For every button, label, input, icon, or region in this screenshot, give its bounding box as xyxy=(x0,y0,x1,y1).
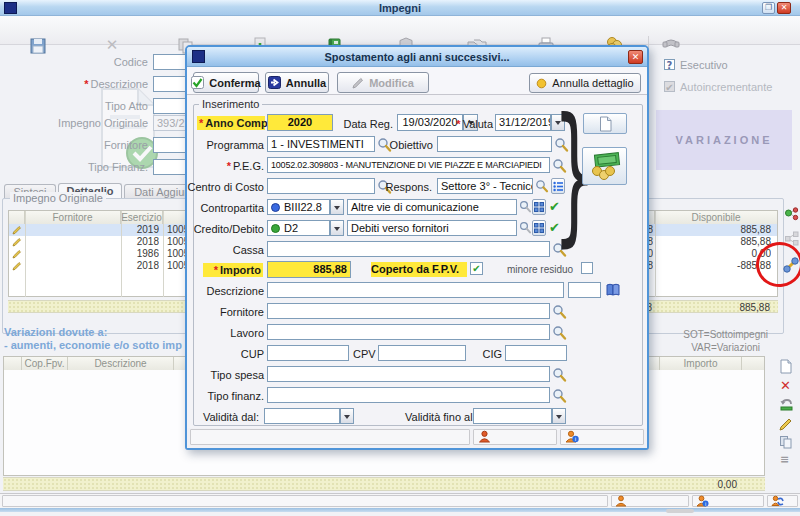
book-icon[interactable] xyxy=(605,283,621,297)
svg-text:i: i xyxy=(575,436,576,442)
respons-search-icon[interactable] xyxy=(535,179,549,194)
menu-icon[interactable]: ≡ xyxy=(780,454,789,466)
tipo-finanz-field[interactable] xyxy=(153,159,186,175)
programma-field[interactable]: 1 - INVESTIMENTI xyxy=(267,136,375,152)
delete-icon[interactable]: ✕ xyxy=(102,35,122,55)
credito-debito-desc-field[interactable]: Debiti verso fornitori xyxy=(347,220,517,236)
importo-label: *Importo xyxy=(203,263,263,277)
money-button[interactable] xyxy=(582,147,627,185)
delete-row-icon[interactable]: ✕ xyxy=(780,379,791,393)
esecutivo-checkbox[interactable]: ? xyxy=(664,59,675,70)
valuta-field[interactable]: 31/12/2019 xyxy=(495,114,551,131)
credito-debito-search-icon[interactable] xyxy=(519,221,532,235)
col-fornitore[interactable]: Fornitore xyxy=(25,211,121,224)
save-icon[interactable] xyxy=(28,36,48,56)
edit-row-icon[interactable] xyxy=(779,417,793,431)
modifica-button: Modifica xyxy=(337,72,429,93)
peg-label: *P.E.G. xyxy=(197,160,264,172)
validita-dal-field[interactable] xyxy=(264,408,340,424)
resize-grip[interactable] xyxy=(666,509,694,513)
validita-fino-field[interactable] xyxy=(473,408,552,424)
spostamento-dialog: Spostamento agli anni successivi... ✕ Co… xyxy=(185,45,649,450)
dialog-tipo-finanz-label: Tipo finanz. xyxy=(197,390,264,402)
lavoro-label: Lavoro xyxy=(197,327,264,339)
tipo-spesa-search-icon[interactable] xyxy=(552,367,567,383)
credito-debito-label: Credito/Debito xyxy=(189,223,264,235)
dialog-user-icon xyxy=(478,430,491,443)
required-marker: * xyxy=(84,78,88,90)
importo-field[interactable]: 885,88 xyxy=(267,261,351,278)
user-info-icon: i xyxy=(696,495,709,507)
new-row-icon[interactable] xyxy=(779,359,793,374)
window-titlebar[interactable]: Impegni ❐ ✕ xyxy=(0,0,800,16)
tipo-finanz-search-icon[interactable] xyxy=(552,388,567,404)
esecutivo-label: Esecutivo xyxy=(680,59,728,71)
programma-label: Programma xyxy=(197,139,264,151)
tipo-atto-label: Tipo Atto xyxy=(58,100,148,112)
codice-field[interactable] xyxy=(153,54,186,70)
credito-debito-tree-button[interactable] xyxy=(532,220,546,236)
dialog-tipo-finanz-field[interactable] xyxy=(267,387,550,403)
contropartita-search-icon[interactable] xyxy=(519,200,532,214)
cassa-field[interactable] xyxy=(267,241,550,257)
minore-residuo-label: minore residuo xyxy=(507,264,573,275)
duplicate-row-icon[interactable] xyxy=(779,435,793,449)
phone-icon[interactable] xyxy=(660,36,682,56)
blue-dot-icon xyxy=(271,203,280,212)
validita-dal-dropdown[interactable] xyxy=(340,408,354,424)
dialog-descrizione-field[interactable] xyxy=(267,282,564,298)
lavoro-field[interactable] xyxy=(267,324,550,340)
col-copfpv[interactable]: Cop.Fpv. xyxy=(22,357,68,370)
lavoro-search-icon[interactable] xyxy=(552,325,567,341)
cassa-label: Cassa xyxy=(197,244,264,256)
close-window-button[interactable]: ✕ xyxy=(777,2,791,14)
anno-comp-field[interactable]: 2020 xyxy=(267,114,333,131)
molecule-icon[interactable] xyxy=(784,207,799,222)
descrizione-code-field[interactable] xyxy=(568,282,601,298)
annulla-button[interactable]: Annulla xyxy=(265,72,329,93)
data-reg-label: Data Reg. xyxy=(339,118,393,130)
edit-pencil-icon xyxy=(12,237,22,247)
inserimento-legend: Inserimento xyxy=(199,98,262,110)
autoincrementante-checkbox: ✔ xyxy=(664,81,675,92)
sync-user-icon xyxy=(771,495,784,507)
minore-residuo-checkbox[interactable] xyxy=(581,262,593,274)
conferma-button[interactable]: Conferma xyxy=(193,72,259,93)
dialog-fornitore-field[interactable] xyxy=(267,303,550,319)
contropartita-desc-field[interactable]: Altre vie di comunicazione xyxy=(347,199,517,215)
col-disponibile[interactable]: Disponibile xyxy=(655,211,777,224)
col-importo[interactable]: Importo xyxy=(660,357,742,370)
descrizione-field[interactable] xyxy=(153,76,186,92)
dialog-title: Spostamento agli anni successivi... xyxy=(187,51,647,63)
validita-fino-dropdown[interactable] xyxy=(552,408,566,424)
cig-field[interactable] xyxy=(505,345,567,361)
main-toolbar: ✕ xyxy=(0,16,800,45)
tipo-spesa-field[interactable] xyxy=(267,366,550,382)
respons-field[interactable]: Settore 3° - Tecnico xyxy=(437,178,533,194)
centro-costo-field[interactable] xyxy=(267,178,375,194)
fornitore-label: Fornitore xyxy=(58,139,148,151)
col-descrizione[interactable]: Descrizione xyxy=(68,357,174,370)
confirm-check-icon xyxy=(191,76,204,89)
restore-button[interactable]: ❐ xyxy=(762,2,775,14)
dialog-close-button[interactable]: ✕ xyxy=(628,50,643,64)
cup-field[interactable] xyxy=(267,345,349,361)
undo-icon[interactable] xyxy=(779,398,794,412)
coperto-fpv-checkbox[interactable]: ✔ xyxy=(470,262,483,275)
cpv-field[interactable] xyxy=(378,345,466,361)
contropartita-tree-button[interactable] xyxy=(532,199,546,215)
fornitore-field[interactable] xyxy=(153,137,186,153)
svg-text:i: i xyxy=(705,501,706,507)
credito-debito-dropdown[interactable] xyxy=(330,220,344,236)
impegni-window: Impegni ❐ ✕ ✕ xyxy=(0,0,800,516)
window-title: Impegni xyxy=(0,2,800,14)
obiettivo-field[interactable] xyxy=(437,136,552,152)
fornitore-search-icon[interactable] xyxy=(552,304,567,320)
col-esercizio[interactable]: Esercizio xyxy=(121,211,163,224)
peg-field[interactable]: 10052.02.309803 - MANUTENZIONE DI VIE PI… xyxy=(267,157,550,173)
tipo-atto-field[interactable] xyxy=(153,98,186,114)
dialog-user-info-icon: i xyxy=(565,430,579,443)
new-detail-button[interactable] xyxy=(583,113,627,134)
contropartita-dropdown[interactable] xyxy=(330,199,344,215)
dialog-titlebar[interactable]: Spostamento agli anni successivi... ✕ xyxy=(187,47,647,67)
